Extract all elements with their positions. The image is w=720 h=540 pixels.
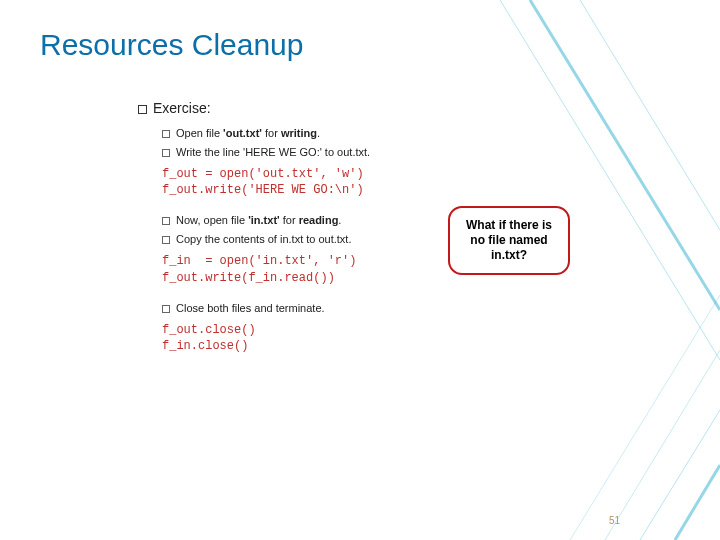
callout-box: What if there is no file named in.txt? xyxy=(448,206,570,275)
bullet-icon xyxy=(162,149,170,157)
slide-body: Exercise: Open file 'out.txt' for writin… xyxy=(138,98,680,355)
slide-title: Resources Cleanup xyxy=(40,28,680,62)
bullet-icon xyxy=(162,217,170,225)
slide: Resources Cleanup Exercise: Open file 'o… xyxy=(0,0,720,540)
code-block-3: f_out.close() f_in.close() xyxy=(162,322,680,354)
bullet-icon xyxy=(162,130,170,138)
step-group-2-row: Now, open file 'in.txt' for reading. Cop… xyxy=(138,212,680,285)
step-d: Copy the contents of in.txt to out.txt. xyxy=(162,231,680,248)
exercise-heading: Exercise: xyxy=(138,98,680,119)
bullet-icon xyxy=(138,105,147,114)
code-block-2: f_in = open('in.txt', 'r') f_out.write(f… xyxy=(162,253,680,285)
bullet-icon xyxy=(162,305,170,313)
step-group-1: Open file 'out.txt' for writing. Write t… xyxy=(162,125,680,160)
step-a: Open file 'out.txt' for writing. xyxy=(162,125,680,142)
step-group-2: Now, open file 'in.txt' for reading. Cop… xyxy=(162,212,680,247)
step-b: Write the line 'HERE WE GO:' to out.txt. xyxy=(162,144,680,161)
step-c: Now, open file 'in.txt' for reading. xyxy=(162,212,680,229)
exercise-label: Exercise: xyxy=(153,100,211,116)
step-group-3: Close both files and terminate. xyxy=(162,300,680,317)
step-e: Close both files and terminate. xyxy=(162,300,680,317)
bullet-icon xyxy=(162,236,170,244)
code-block-1: f_out = open('out.txt', 'w') f_out.write… xyxy=(162,166,680,198)
page-number: 51 xyxy=(609,515,620,526)
